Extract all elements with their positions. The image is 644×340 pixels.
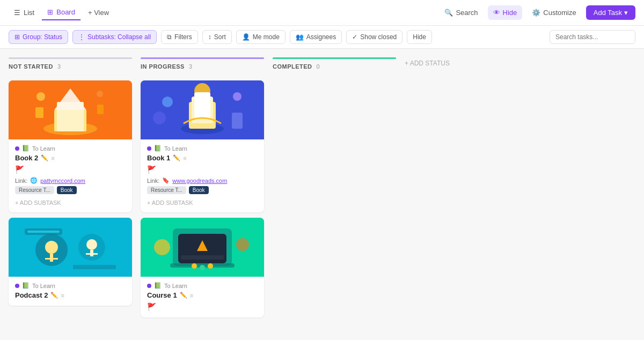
list-nav-item[interactable]: ☰ List (9, 5, 40, 20)
search-tasks-input[interactable] (550, 30, 635, 44)
card-book2-image (9, 80, 132, 139)
card-book2[interactable]: 📗 To Learn Book 2 ✏️ ≡ 🚩 Link: 🌐 pattymc… (9, 80, 132, 212)
group-icon: ⊞ (14, 33, 20, 41)
resource-tag: Resource T... (15, 186, 54, 194)
add-status-button[interactable]: + ADD STATUS (405, 60, 450, 67)
sort-label: Sort (214, 33, 226, 41)
book2-link-row: Link: 🌐 pattymccord.com (15, 177, 126, 184)
svg-rect-19 (27, 231, 60, 233)
card-book1-title: Book 1 ✏️ ≡ (147, 154, 258, 162)
completed-line (273, 57, 396, 59)
edit-icon: ✏️ (173, 154, 180, 161)
assignees-button[interactable]: 👥 Assignees (290, 30, 342, 44)
card-book1[interactable]: 📗 To Learn Book 1 ✏️ ≡ 🚩 Link: 🔖 www.goo… (141, 80, 264, 212)
svg-rect-7 (35, 107, 43, 118)
menu-icon: ≡ (51, 155, 54, 161)
board-nav-item[interactable]: ⊞ Board (42, 5, 80, 20)
add-task-button[interactable]: Add Task ▾ (586, 5, 635, 20)
filter-icon: ⧉ (167, 33, 172, 41)
book1-tags: Resource T... Book (147, 186, 258, 194)
book2-link-url[interactable]: pattymccord.com (40, 178, 85, 184)
filters-button[interactable]: ⧉ Filters (161, 30, 198, 44)
completed-title: COMPLETED (273, 63, 312, 70)
assignees-label: Assignees (306, 33, 336, 41)
book1-add-subtask[interactable]: + ADD SUBTASK (147, 197, 258, 209)
not-started-title: NOT STARTED (9, 63, 53, 70)
svg-rect-29 (232, 113, 243, 129)
column-in-progress: IN PROGRESS 3 (141, 57, 264, 329)
card-course1-image (141, 218, 264, 277)
svg-rect-20 (73, 265, 116, 269)
list-dot (15, 146, 19, 151)
svg-rect-26 (194, 92, 210, 118)
card-podcast2[interactable]: 📗 To Learn Podcast 2 ✏️ ≡ (9, 218, 132, 306)
in-progress-title: IN PROGRESS (141, 63, 185, 70)
book2-emoji: 📗 (22, 145, 30, 152)
card-book1-meta: 📗 To Learn (147, 145, 258, 152)
subtasks-icon: ⋮ (78, 33, 85, 41)
svg-point-37 (236, 238, 249, 251)
customize-icon: ⚙️ (532, 9, 540, 17)
card-book2-title: Book 2 ✏️ ≡ (15, 154, 126, 162)
search-label: Search (456, 9, 478, 17)
hide-button[interactable]: 👁 Hide (488, 5, 523, 20)
svg-point-15 (86, 239, 97, 250)
svg-point-11 (45, 241, 58, 254)
book1-emoji: 📗 (154, 145, 162, 152)
hide-icon: 👁 (493, 9, 500, 17)
podcast2-emoji: 📗 (22, 282, 30, 289)
menu-icon: ≡ (183, 155, 186, 161)
book2-tags: Resource T... Book (15, 186, 126, 194)
toolbar-hide-button[interactable]: Hide (407, 30, 432, 44)
book-tag: Book (57, 186, 77, 194)
book1-flag: 🚩 (147, 165, 156, 174)
svg-point-6 (97, 91, 103, 97)
card-podcast2-meta: 📗 To Learn (15, 282, 126, 289)
me-mode-label: Me mode (253, 33, 280, 41)
search-button[interactable]: 🔍 Search (439, 5, 483, 20)
show-closed-label: Show closed (360, 33, 397, 41)
edit-icon: ✏️ (41, 154, 48, 161)
not-started-count: 3 (57, 63, 61, 70)
book2-flag: 🚩 (15, 165, 24, 174)
chevron-down-icon: ▾ (624, 9, 628, 17)
card-book2-body: 📗 To Learn Book 2 ✏️ ≡ 🚩 Link: 🌐 pattymc… (9, 139, 132, 212)
podcast2-list: To Learn (32, 283, 55, 289)
me-mode-button[interactable]: 👤 Me mode (236, 30, 286, 44)
add-view-nav-item[interactable]: + View (83, 5, 114, 20)
nav-left: ☰ List ⊞ Board + View (9, 5, 114, 20)
sort-button[interactable]: ↕ Sort (202, 30, 232, 44)
svg-rect-41 (181, 255, 224, 260)
link-label: Link: (147, 178, 159, 184)
book2-add-subtask[interactable]: + ADD SUBTASK (15, 197, 126, 209)
course1-flag: 🚩 (147, 302, 156, 311)
group-status-button[interactable]: ⊞ Group: Status (9, 30, 68, 44)
menu-icon: ≡ (61, 292, 64, 299)
book1-link-url[interactable]: www.goodreads.com (172, 178, 227, 184)
card-book1-body: 📗 To Learn Book 1 ✏️ ≡ 🚩 Link: 🔖 www.goo… (141, 139, 264, 212)
course1-list: To Learn (164, 283, 187, 289)
edit-icon: ✏️ (180, 292, 187, 299)
resource-tag: Resource T... (147, 186, 186, 194)
assignees-icon: 👥 (296, 33, 304, 41)
customize-button[interactable]: ⚙️ Customize (526, 5, 581, 20)
card-book1-image (141, 80, 264, 139)
show-closed-button[interactable]: ✓ Show closed (346, 30, 402, 44)
svg-rect-13 (45, 258, 58, 260)
hide-label: Hide (503, 9, 517, 17)
add-status-column: + ADD STATUS (405, 57, 501, 329)
group-label: Group: Status (23, 33, 62, 41)
column-completed: COMPLETED 0 (273, 57, 396, 329)
list-label: List (24, 9, 34, 17)
not-started-line (9, 57, 132, 59)
svg-point-36 (154, 239, 170, 255)
card-course1-body: 📗 To Learn Course 1 ✏️ ≡ 🚩 (141, 277, 264, 317)
board-label: Board (56, 8, 75, 16)
board: NOT STARTED 3 (0, 49, 644, 337)
book1-link-row: Link: 🔖 www.goodreads.com (147, 177, 258, 184)
list-dot (15, 284, 19, 288)
card-course1[interactable]: 📗 To Learn Course 1 ✏️ ≡ 🚩 (141, 218, 264, 317)
top-nav: ☰ List ⊞ Board + View 🔍 Search 👁 Hide ⚙️… (0, 0, 644, 26)
subtasks-button[interactable]: ⋮ Subtasks: Collapse all (72, 30, 157, 44)
sort-icon: ↕ (208, 33, 211, 41)
